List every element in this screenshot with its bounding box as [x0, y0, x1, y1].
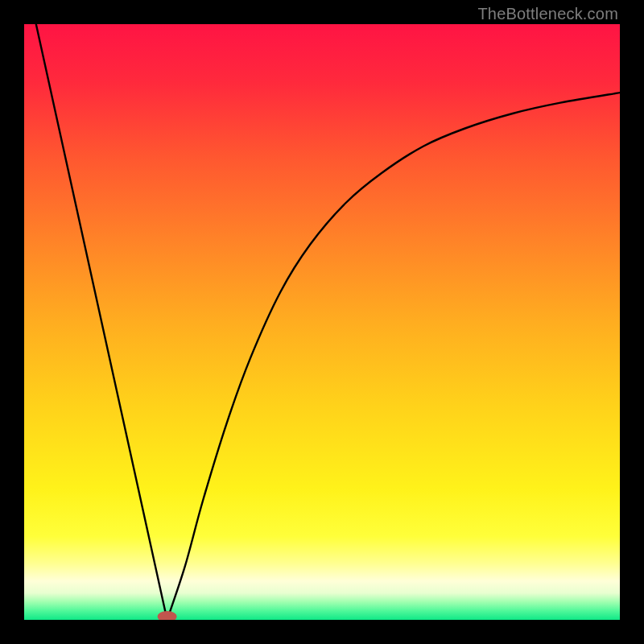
chart-container: TheBottleneck.com [0, 0, 644, 644]
gradient-background [24, 24, 620, 620]
plot-area [24, 24, 620, 620]
source-credit: TheBottleneck.com [477, 5, 618, 23]
chart-svg [24, 24, 620, 620]
